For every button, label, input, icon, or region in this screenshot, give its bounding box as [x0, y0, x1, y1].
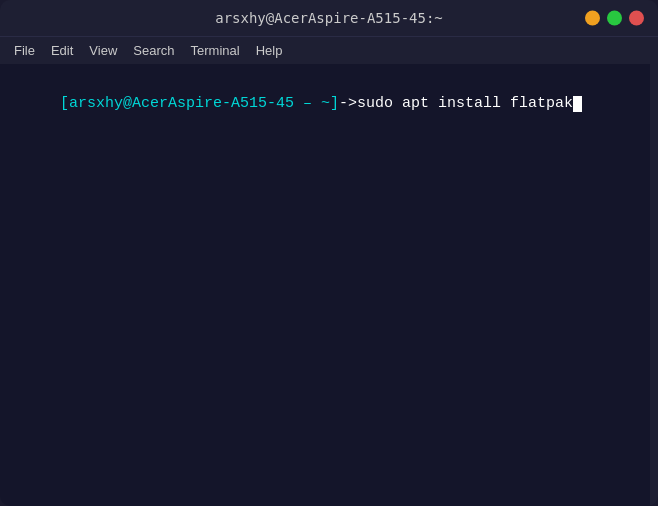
close-button[interactable] — [629, 11, 644, 26]
terminal-command: sudo apt install flatpak — [357, 95, 573, 112]
window-title: arsxhy@AcerAspire-A515-45:~ — [215, 10, 443, 26]
window-controls — [585, 11, 644, 26]
terminal-line: [arsxhy@AcerAspire-A515-45 – ~]->sudo ap… — [6, 72, 652, 135]
terminal-cursor — [573, 96, 582, 112]
menu-terminal[interactable]: Terminal — [183, 41, 248, 60]
prompt-user: [arsxhy@AcerAspire-A515-45 – ~] — [60, 95, 339, 112]
menu-file[interactable]: File — [6, 41, 43, 60]
terminal-body[interactable]: [arsxhy@AcerAspire-A515-45 – ~]->sudo ap… — [0, 64, 658, 506]
terminal-window: arsxhy@AcerAspire-A515-45:~ File Edit Vi… — [0, 0, 658, 506]
menu-bar: File Edit View Search Terminal Help — [0, 36, 658, 64]
menu-help[interactable]: Help — [248, 41, 291, 60]
menu-view[interactable]: View — [81, 41, 125, 60]
title-bar: arsxhy@AcerAspire-A515-45:~ — [0, 0, 658, 36]
prompt-arrow: -> — [339, 95, 357, 112]
minimize-button[interactable] — [585, 11, 600, 26]
maximize-button[interactable] — [607, 11, 622, 26]
menu-search[interactable]: Search — [125, 41, 182, 60]
menu-edit[interactable]: Edit — [43, 41, 81, 60]
scrollbar[interactable] — [650, 64, 658, 506]
